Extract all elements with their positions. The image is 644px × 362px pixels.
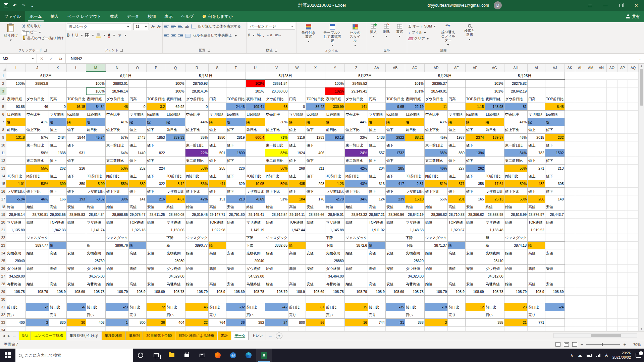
cut-button[interactable]: 切り取り	[22, 24, 64, 28]
cell-AG25[interactable]: 28410	[485, 257, 504, 265]
cell-AA8[interactable]: 値上	[368, 126, 386, 134]
cell-empty[interactable]	[575, 141, 585, 149]
cell-L7[interactable]: 陽	[66, 118, 86, 126]
cell-U2[interactable]: 102%	[246, 80, 265, 87]
cell-AG27[interactable]: 34,312.00	[485, 273, 504, 280]
cell-U33[interactable]: 382	[246, 319, 265, 326]
cell-O4[interactable]: 円高	[129, 95, 147, 103]
row-header-14[interactable]: 14	[0, 172, 6, 180]
cell-J31[interactable]: -2	[25, 303, 49, 311]
cell-Q29[interactable]: 108.78	[166, 288, 185, 296]
cell-N9[interactable]: 57%	[105, 134, 128, 141]
cell-K32[interactable]: 売り	[49, 311, 67, 319]
cell-empty[interactable]	[617, 249, 628, 257]
cell-T17[interactable]: 210	[226, 195, 246, 203]
cell-empty[interactable]	[628, 188, 638, 195]
cell-M29[interactable]: 108.78	[86, 288, 105, 296]
cell-M13[interactable]	[86, 165, 105, 172]
cell-M32[interactable]: 買い	[86, 311, 105, 319]
cell-empty[interactable]	[565, 226, 575, 234]
cell-AC10[interactable]	[405, 141, 424, 149]
cell-X23[interactable]	[306, 242, 325, 249]
cell-V26[interactable]: 始値	[265, 265, 288, 273]
sheet-nav-right-icon[interactable]: ▶	[8, 334, 10, 338]
cell-O19[interactable]: 29,075.47	[129, 211, 147, 219]
cell-empty[interactable]	[617, 95, 628, 103]
cell-empty[interactable]	[565, 180, 575, 188]
cell-AB32[interactable]	[385, 311, 405, 319]
cell-V13[interactable]: 56%	[265, 165, 288, 172]
cell-I25[interactable]: 29040	[6, 257, 25, 265]
cell-Q8[interactable]: 前日比	[166, 126, 185, 134]
cell-L4[interactable]: TOP前日比	[66, 95, 86, 103]
cell-AI27[interactable]	[528, 273, 545, 280]
cell-S2[interactable]	[209, 80, 226, 87]
cell-AB6[interactable]: top陽隂	[385, 111, 405, 118]
cell-AF24[interactable]: 安値	[465, 249, 485, 257]
cell-O9[interactable]: 2443	[129, 134, 147, 141]
dialog-launcher-icon[interactable]	[120, 49, 123, 52]
cell-empty[interactable]	[585, 211, 596, 219]
cell-L33[interactable]: 30	[66, 319, 86, 326]
row-header-9[interactable]: 9	[0, 134, 6, 141]
sheet-tab-業種別[interactable]: 業種別	[126, 331, 143, 340]
cell-AC14[interactable]: JQ前日比	[405, 172, 424, 180]
cell-AA25[interactable]	[368, 257, 386, 265]
cell-empty[interactable]	[585, 311, 596, 319]
cell-AG6[interactable]: 日経陽隂	[485, 111, 504, 118]
cell-AC5[interactable]: -22.19	[405, 103, 424, 111]
cell-empty[interactable]	[628, 165, 638, 172]
cell-O27[interactable]	[129, 273, 147, 280]
cell-AA33[interactable]: 744	[368, 319, 386, 326]
cell-AI18[interactable]: 高値	[528, 203, 545, 211]
bold-button[interactable]: B	[67, 33, 70, 38]
cell-AH11[interactable]: 34%	[504, 149, 527, 157]
cell-W4[interactable]: 円高	[288, 95, 306, 103]
minimize-button[interactable]: —	[598, 0, 613, 11]
cell-X18[interactable]: 安値	[306, 203, 325, 211]
cell-empty[interactable]	[606, 242, 617, 249]
cell-N17[interactable]: 39%	[105, 195, 128, 203]
cell-empty[interactable]	[596, 103, 607, 111]
autosum-button[interactable]: Σオート SUM	[409, 24, 436, 29]
cell-date-3[interactable]: 5月31日	[166, 72, 246, 80]
cell-I33[interactable]: 400	[6, 319, 25, 326]
row-header-18[interactable]: 18	[0, 203, 6, 211]
cell-AE31[interactable]: 前日比	[448, 303, 466, 311]
cell-N14[interactable]: jq前日比	[105, 172, 128, 180]
cell-L28[interactable]: 安値	[66, 280, 86, 288]
cell-AC33[interactable]: 388	[405, 319, 424, 326]
cell-date-2[interactable]: 6月1日	[86, 72, 166, 80]
cell-AG28[interactable]: 為替終値	[485, 280, 504, 288]
cell-empty[interactable]	[628, 226, 638, 234]
cell-T2[interactable]	[226, 80, 246, 87]
cell-AF9[interactable]: 2374	[465, 134, 485, 141]
cell-AE8[interactable]: 値上	[448, 126, 466, 134]
cell-V16[interactable]: 値上下比	[265, 188, 288, 195]
cell-AI32[interactable]: 売り	[528, 311, 545, 319]
row-header-12[interactable]: 12	[0, 157, 6, 165]
cell-empty[interactable]	[585, 165, 596, 172]
cell-empty[interactable]	[575, 326, 585, 331]
cell-empty[interactable]	[565, 134, 575, 141]
cell-empty[interactable]	[617, 195, 628, 203]
cell-empty[interactable]	[565, 319, 575, 326]
cell-AE14[interactable]: 値上	[448, 172, 466, 180]
cell-empty[interactable]	[424, 326, 447, 331]
cell-AB20[interactable]: 始値	[385, 219, 405, 226]
cell-Z25[interactable]	[344, 257, 368, 265]
cell-empty[interactable]	[565, 141, 575, 149]
cell-AE6[interactable]: マザ陽隂	[448, 111, 466, 118]
cell-X5[interactable]: 36.42	[306, 103, 325, 111]
cell-empty[interactable]	[575, 257, 585, 265]
font-name-combo[interactable]: 游ゴシック	[67, 23, 131, 30]
cell-AE16[interactable]: 値上	[448, 188, 466, 195]
cell-Q7[interactable]: 隂	[166, 118, 185, 126]
cell-empty[interactable]	[585, 303, 596, 311]
cell-AC8[interactable]: 前日比	[405, 126, 424, 134]
row-header-3[interactable]: 3	[0, 87, 6, 95]
cell-J25[interactable]	[25, 257, 49, 265]
cell-P32[interactable]	[146, 311, 166, 319]
cell-AB10[interactable]: 値下	[385, 141, 405, 149]
cell-K24[interactable]: 高値	[49, 249, 67, 257]
